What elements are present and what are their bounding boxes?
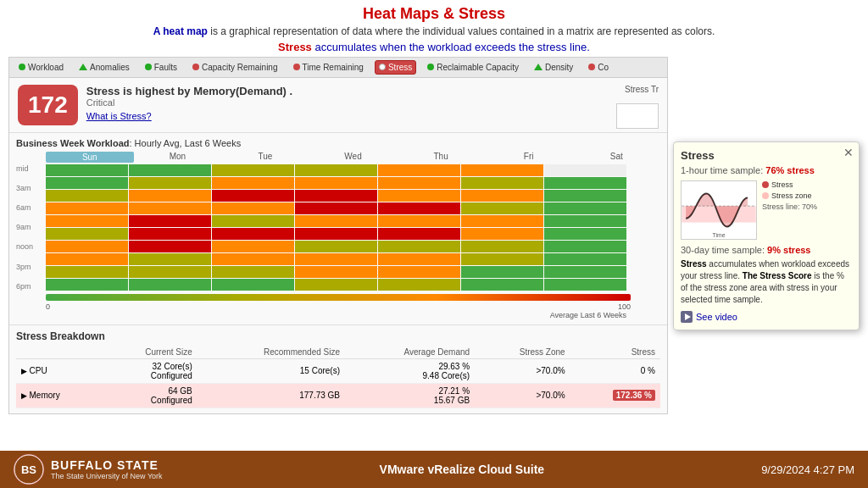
main-content: Workload Anomalies Faults Capacity Remai… <box>0 57 868 414</box>
heatmap-cell <box>295 164 377 176</box>
heatmap-cell <box>212 202 294 214</box>
video-label: See video <box>696 312 737 322</box>
popup-chart-area: Time <box>681 180 757 240</box>
breakdown-table: Current Size Recommended Size Average De… <box>16 346 660 408</box>
day-tue: Tue <box>221 152 309 163</box>
heatmap-cell <box>461 177 543 189</box>
cpu-recommended: 15 Core(s) <box>198 358 345 383</box>
toolbar-reclaimable-label: Reclaimable Capacity <box>437 63 519 72</box>
day-labels: Sun Mon Tue Wed Thu Fri Sat <box>46 152 660 163</box>
day-fri: Fri <box>485 152 573 163</box>
day-mon: Mon <box>134 152 222 163</box>
stress-critical-value: 172.36 % <box>613 390 655 401</box>
toolbar-faults[interactable]: Faults <box>141 60 181 75</box>
heatmap-cell <box>544 279 626 291</box>
heatmap-cell <box>46 266 128 278</box>
heatmap-cell <box>46 177 128 189</box>
heatmap-cell <box>295 228 377 240</box>
video-icon <box>681 311 693 323</box>
toolbar-time-remaining[interactable]: Time Remaining <box>289 60 368 75</box>
heatmap-cell <box>129 228 211 240</box>
toolbar-anomalies[interactable]: Anomalies <box>75 60 134 75</box>
heatmap-cell <box>378 253 460 265</box>
stress-chart-svg: Time <box>682 181 756 239</box>
heatmap-cell <box>46 279 128 291</box>
stress-info: Stress is highest by Memory(Demand) . Cr… <box>86 85 292 123</box>
popup-video-link[interactable]: See video <box>681 311 852 323</box>
heatmap-cell <box>212 241 294 252</box>
stress-icon <box>379 64 386 70</box>
stress-tr-label: Stress Tr <box>625 85 659 94</box>
popup-sample1-value: 76% stress <box>765 165 815 175</box>
workload-icon <box>19 64 25 70</box>
toolbar-co[interactable]: Co <box>584 60 613 75</box>
footer-datetime: 9/29/2024 4:27 PM <box>761 463 854 476</box>
heatmap-cell <box>378 266 460 278</box>
day-sun: Sun <box>46 152 134 163</box>
table-row: ▶ Memory 64 GBConfigured 177.73 GB 27.21… <box>16 383 660 408</box>
heatmap-cell <box>295 215 377 227</box>
time-labels: mid 3am 6am 9am noon 3pm 6pm <box>16 164 46 291</box>
breakdown-title: Stress Breakdown <box>16 330 660 342</box>
heatmap-cell <box>544 266 626 278</box>
heatmap-cell <box>378 241 460 252</box>
heatmap-cell <box>544 177 626 189</box>
stress-legend-dot <box>762 181 769 188</box>
heatmap-cell <box>544 164 626 176</box>
institution-sub: The State University of New York <box>51 472 163 480</box>
table-row: ▶ CPU 32 Core(s)Configured 15 Core(s) 29… <box>16 358 660 383</box>
heatmap-cell <box>544 241 626 252</box>
stress-badge: 172 <box>18 85 78 125</box>
right-labels <box>626 164 660 291</box>
page-header: Heat Maps & Stress A heat map is a graph… <box>0 0 868 57</box>
time-remaining-icon <box>293 64 300 70</box>
heatmap-body: mid 3am 6am 9am noon 3pm 6pm <box>16 164 660 291</box>
co-icon <box>588 64 595 70</box>
col-current: Current Size <box>99 346 197 359</box>
heatmap-cell <box>46 228 128 240</box>
col-stress-zone: Stress Zone <box>475 346 570 359</box>
heatmap-cell <box>295 253 377 265</box>
heatmap-cell <box>212 253 294 265</box>
heatmap-cell <box>46 241 128 252</box>
memory-stress-zone: >70.0% <box>475 383 570 408</box>
toolbar: Workload Anomalies Faults Capacity Remai… <box>9 58 667 78</box>
heatmap-cell <box>129 202 211 214</box>
toolbar-anomalies-label: Anomalies <box>90 63 130 72</box>
heatmap-section: Business Week Workload: Hourly Avg, Last… <box>9 133 667 324</box>
toolbar-density[interactable]: Density <box>530 60 577 75</box>
footer-center-text: VMware vRealize Cloud Suite <box>380 463 545 476</box>
day-thu: Thu <box>397 152 485 163</box>
col-recommended: Recommended Size <box>198 346 345 359</box>
heatmap-cell <box>378 164 460 176</box>
heatmap-cell <box>129 279 211 291</box>
heatmap-cell <box>129 266 211 278</box>
heatmap-cell <box>461 253 543 265</box>
logo-text: BS <box>21 463 36 476</box>
reclaimable-icon <box>427 64 434 70</box>
heatmap-cell <box>544 202 626 214</box>
heatmap-cell <box>544 190 626 202</box>
heatmap-cell <box>46 164 128 176</box>
heatmap-cell <box>129 177 211 189</box>
heatmap-cell <box>544 228 626 240</box>
heatmap-cell <box>544 215 626 227</box>
toolbar-capacity-remaining[interactable]: Capacity Remaining <box>188 60 282 75</box>
toolbar-stress[interactable]: Stress <box>375 60 416 75</box>
toolbar-workload[interactable]: Workload <box>14 60 68 75</box>
heatmap-cell <box>461 164 543 176</box>
popup-chart-legend: Stress Stress zone Stress line: 70% <box>762 180 817 211</box>
what-is-stress-link[interactable]: What is Stress? <box>86 111 152 121</box>
cpu-current: 32 Core(s)Configured <box>99 358 197 383</box>
toolbar-reclaimable[interactable]: Reclaimable Capacity <box>423 60 523 75</box>
cpu-avg-demand: 29.63 %9.48 Core(s) <box>345 358 475 383</box>
heatmap-title: Business Week Workload: Hourly Avg, Last… <box>16 138 660 148</box>
cpu-expand[interactable]: ▶ <box>21 367 30 375</box>
heatmap-cells <box>46 164 626 291</box>
toolbar-faults-label: Faults <box>154 63 177 72</box>
popup-close-button[interactable]: ✕ <box>843 146 854 159</box>
footer: BS BUFFALO STATE The State University of… <box>0 451 868 488</box>
heatmap-grid: Sun Mon Tue Wed Thu Fri Sat mid 3am 6am … <box>16 152 660 319</box>
stress-card: 172 Stress is highest by Memory(Demand) … <box>9 78 667 133</box>
memory-expand[interactable]: ▶ <box>21 391 30 400</box>
